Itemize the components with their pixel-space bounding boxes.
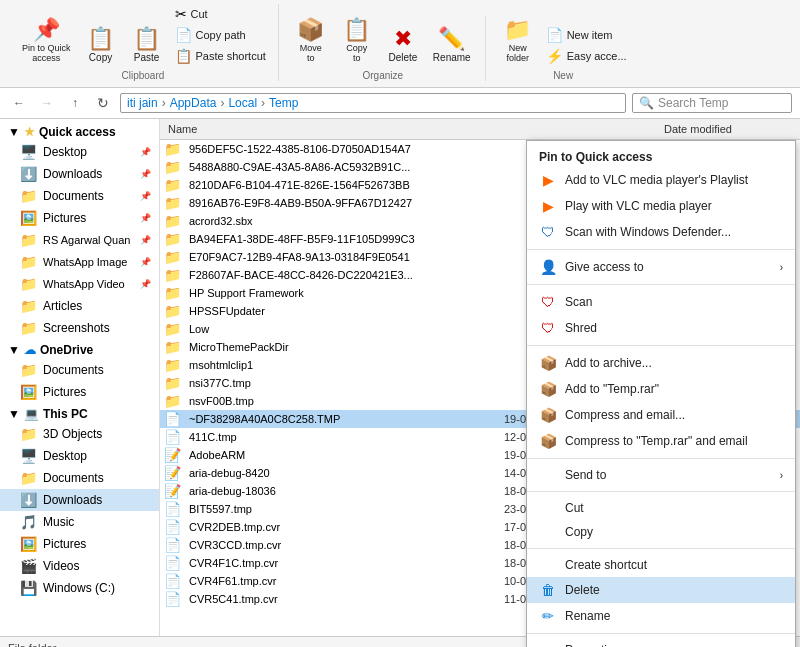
ctx-compress-rar-email[interactable]: 📦 Compress to "Temp.rar" and email [527, 428, 795, 454]
copy-btn[interactable]: 📋 Copy [79, 25, 123, 66]
file-name-cell: ~DF38298A40A0C8C258.TMP [185, 412, 500, 426]
sidebar-item-whatsapp-img[interactable]: 📁 WhatsApp Image 📌 [0, 251, 159, 273]
compress-email-icon: 📦 [539, 407, 557, 423]
copy-to-btn[interactable]: 📋 Copy to [335, 16, 379, 66]
sidebar-item-windows-c[interactable]: 💾 Windows (C:) [0, 577, 159, 599]
search-box[interactable]: 🔍 Search Temp [632, 93, 792, 113]
new-folder-btn[interactable]: 📁 New folder [496, 16, 540, 66]
rename-label: Rename [433, 52, 471, 63]
pc-documents-icon: 📁 [20, 470, 37, 486]
sidebar-whatsapp-img-label: WhatsApp Image [43, 256, 127, 268]
desktop-icon: 🖥️ [20, 144, 37, 160]
sidebar-item-rsagarwal[interactable]: 📁 RS Agarwal Quan 📌 [0, 229, 159, 251]
copy-path-btn[interactable]: 📄 Copy path [171, 25, 270, 45]
ctx-vlc-play[interactable]: ▶ Play with VLC media player [527, 193, 795, 219]
chevron-down-icon: ▼ [8, 125, 20, 139]
windows-c-icon: 💾 [20, 580, 37, 596]
folder-icon: 📁 [164, 249, 181, 265]
quick-access-header[interactable]: ▼ ★ Quick access [0, 123, 159, 141]
sidebar-windows-c-label: Windows (C:) [43, 581, 115, 595]
ctx-delete[interactable]: 🗑 Delete [527, 577, 795, 603]
od-pictures-icon: 🖼️ [20, 384, 37, 400]
col-name-header[interactable]: Name [160, 121, 660, 137]
onedrive-header[interactable]: ▼ ☁ OneDrive [0, 341, 159, 359]
pin-to-quick-btn[interactable]: 📌 Pin to Quick access [16, 16, 77, 66]
new-folder-icon: 📁 [504, 19, 531, 41]
sidebar-item-desktop[interactable]: 🖥️ Desktop 📌 [0, 141, 159, 163]
ctx-defender[interactable]: 🛡 Scan with Windows Defender... [527, 219, 795, 245]
file-name-cell: CVR4F61.tmp.cvr [185, 574, 500, 588]
refresh-btn[interactable]: ↻ [92, 92, 114, 114]
thispc-header[interactable]: ▼ 💻 This PC [0, 405, 159, 423]
paste-icon: 📋 [133, 28, 160, 50]
pc-pictures-icon: 🖼️ [20, 536, 37, 552]
sidebar-item-pc-pictures[interactable]: 🖼️ Pictures [0, 533, 159, 555]
paste-btn[interactable]: 📋 Paste [125, 25, 169, 66]
pin-indicator: 📌 [140, 169, 151, 179]
cut-btn[interactable]: ✂ Cut [171, 4, 270, 24]
ctx-compress-email[interactable]: 📦 Compress and email... [527, 402, 795, 428]
forward-btn[interactable]: → [36, 92, 58, 114]
ctx-create-shortcut[interactable]: Create shortcut [527, 553, 795, 577]
path-part-4[interactable]: Temp [269, 96, 298, 110]
search-icon: 🔍 [639, 96, 654, 110]
ctx-give-access[interactable]: 👤 Give access to › [527, 254, 795, 280]
ctx-rename[interactable]: ✏ Rename [527, 603, 795, 629]
ctx-vlc-playlist[interactable]: ▶ Add to VLC media player's Playlist [527, 167, 795, 193]
address-path[interactable]: iti jain › AppData › Local › Temp [120, 93, 626, 113]
col-date-header[interactable]: Date modified [660, 121, 800, 137]
folder-icon: 📁 [164, 393, 181, 409]
sidebar-item-whatsapp-vid[interactable]: 📁 WhatsApp Video 📌 [0, 273, 159, 295]
rename-btn[interactable]: ✏️ Rename [427, 25, 477, 66]
ctx-properties[interactable]: Properties [527, 638, 795, 647]
move-to-btn[interactable]: 📦 Move to [289, 16, 333, 66]
new-item-btn[interactable]: 📄 New item [542, 25, 631, 45]
screenshots-icon: 📁 [20, 320, 37, 336]
folder-icon: 📁 [164, 267, 181, 283]
ctx-sep-2 [527, 284, 795, 285]
back-btn[interactable]: ← [8, 92, 30, 114]
scan-icon: 🛡 [539, 294, 557, 310]
path-part-1[interactable]: iti jain [127, 96, 158, 110]
sidebar-item-3d[interactable]: 📁 3D Objects [0, 423, 159, 445]
ctx-add-archive[interactable]: 📦 Add to archive... [527, 350, 795, 376]
ctx-scan[interactable]: 🛡 Scan [527, 289, 795, 315]
ctx-copy[interactable]: Copy [527, 520, 795, 544]
file-name-cell: CVR2DEB.tmp.cvr [185, 520, 500, 534]
ctx-send-to[interactable]: Send to › [527, 463, 795, 487]
sidebar-item-documents[interactable]: 📁 Documents 📌 [0, 185, 159, 207]
sidebar-item-od-pictures[interactable]: 🖼️ Pictures [0, 381, 159, 403]
sidebar-item-pictures[interactable]: 🖼️ Pictures 📌 [0, 207, 159, 229]
copy-to-icon: 📋 [343, 19, 370, 41]
ctx-cut[interactable]: Cut [527, 496, 795, 520]
ctx-shred[interactable]: 🛡 Shred [527, 315, 795, 341]
copy-path-icon: 📄 [175, 27, 192, 43]
path-sep-3: › [261, 96, 265, 110]
sidebar-item-pc-downloads[interactable]: ⬇️ Downloads [0, 489, 159, 511]
sidebar-item-articles[interactable]: 📁 Articles [0, 295, 159, 317]
paste-shortcut-btn[interactable]: 📋 Paste shortcut [171, 46, 270, 66]
sidebar-item-pc-documents[interactable]: 📁 Documents [0, 467, 159, 489]
sidebar-item-downloads[interactable]: ⬇️ Downloads 📌 [0, 163, 159, 185]
path-part-3[interactable]: Local [228, 96, 257, 110]
vlc-icon: ▶ [539, 172, 557, 188]
up-btn[interactable]: ↑ [64, 92, 86, 114]
delete-btn[interactable]: ✖ Delete [381, 25, 425, 66]
ctx-shred-label: Shred [565, 321, 597, 335]
sidebar-item-pc-videos[interactable]: 🎬 Videos [0, 555, 159, 577]
sidebar-item-pc-desktop[interactable]: 🖥️ Desktop [0, 445, 159, 467]
ctx-add-rar[interactable]: 📦 Add to "Temp.rar" [527, 376, 795, 402]
easy-access-btn[interactable]: ⚡ Easy acce... [542, 46, 631, 66]
folder-icon: 📁 [164, 357, 181, 373]
sidebar-screenshots-label: Screenshots [43, 321, 110, 335]
ribbon: 📌 Pin to Quick access 📋 Copy 📋 Paste ✂ C… [0, 0, 800, 88]
sidebar-item-od-documents[interactable]: 📁 Documents [0, 359, 159, 381]
file-icon: 📄 [164, 555, 181, 571]
sidebar-item-screenshots[interactable]: 📁 Screenshots [0, 317, 159, 339]
path-part-2[interactable]: AppData [170, 96, 217, 110]
sidebar-section-onedrive: ▼ ☁ OneDrive 📁 Documents 🖼️ Pictures [0, 341, 159, 403]
onedrive-label: OneDrive [40, 343, 93, 357]
sidebar-od-documents-label: Documents [43, 363, 104, 377]
sidebar-articles-label: Articles [43, 299, 82, 313]
sidebar-item-pc-music[interactable]: 🎵 Music [0, 511, 159, 533]
